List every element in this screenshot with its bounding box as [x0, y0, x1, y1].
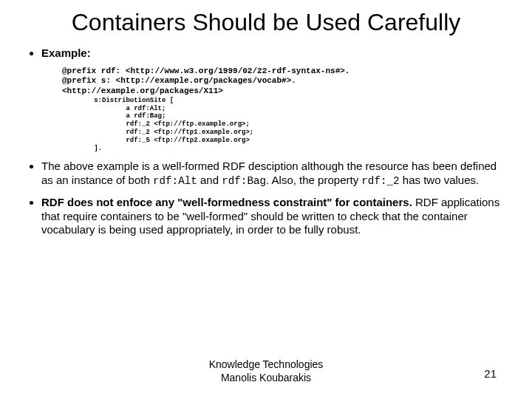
p1-code-1: rdf:Alt — [153, 175, 197, 187]
p1-code-3: rdf:_2 — [361, 175, 399, 187]
slide-title: Containers Should be Used Carefully — [27, 9, 505, 36]
body-list: Example: @prefix rdf: <http://www.w3.org… — [27, 47, 505, 237]
code-line-1: @prefix rdf: <http://www.w3.org/1999/02/… — [62, 66, 349, 75]
p2-bold: RDF does not enfoce any "well-formedness… — [41, 196, 412, 208]
p1-text-d: has two values. — [400, 174, 480, 186]
footer-line-1: Knowledge Technologies — [209, 358, 324, 370]
page-number: 21 — [484, 367, 497, 380]
paragraph-2: RDF does not enfoce any "well-formedness… — [41, 196, 505, 237]
p1-code-2: rdf:Bag — [222, 175, 266, 187]
code-line-3: <http://example.org/packages/X11> — [62, 86, 223, 95]
footer: Knowledge Technologies Manolis Koubaraki… — [0, 358, 532, 384]
example-label: Example: — [41, 47, 91, 59]
code-line-2: @prefix s: <http://example.org/packages/… — [62, 76, 296, 85]
code-block: @prefix rdf: <http://www.w3.org/1999/02/… — [62, 66, 505, 153]
example-heading: Example: @prefix rdf: <http://www.w3.org… — [41, 47, 505, 153]
footer-line-2: Manolis Koubarakis — [221, 372, 311, 383]
p1-text-c: . Also, the property — [266, 174, 361, 186]
p1-text-b: and — [197, 174, 222, 186]
code-small-block: s:DistributionSite [ a rdf:Alt; a rdf:Ba… — [62, 97, 505, 153]
slide: Containers Should be Used Carefully Exam… — [0, 0, 532, 399]
paragraph-1: The above example is a well-formed RDF d… — [41, 160, 505, 188]
